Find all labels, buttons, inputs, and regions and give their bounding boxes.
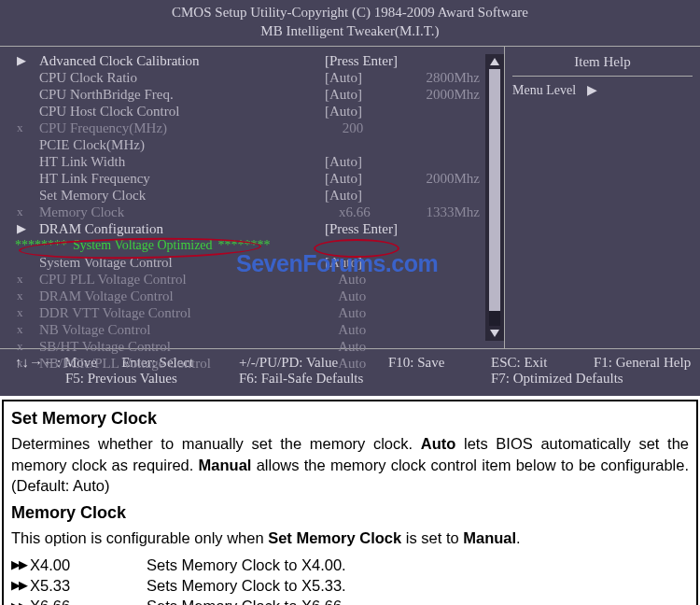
menu-item-value: [Press Enter] bbox=[325, 52, 418, 69]
menu-item-label: DRAM Configuration bbox=[39, 220, 325, 237]
menu-item-value: [Auto] bbox=[325, 153, 418, 170]
menu-item: xDRAM Voltage Control Auto bbox=[15, 288, 485, 304]
menu-item-value: Auto bbox=[325, 304, 418, 321]
menu-item-label: Memory Clock bbox=[39, 204, 325, 220]
help-title: Item Help bbox=[512, 54, 693, 77]
doc-options-list: ▶▶X4.00Sets Memory Clock to X4.00.▶▶X5.3… bbox=[11, 555, 689, 605]
menu-item-value: x6.66 bbox=[325, 204, 418, 220]
menu-item[interactable]: System Voltage Control[Auto] bbox=[15, 254, 485, 271]
menu-item-label: NB/PCIe/PLL Voltage Control bbox=[39, 355, 325, 372]
svg-marker-1 bbox=[490, 330, 499, 337]
menu-item-value: [Auto] bbox=[325, 254, 418, 271]
menu-item-value: [Auto] bbox=[325, 187, 418, 204]
menu-item: xSB/HT Voltage Control Auto bbox=[15, 338, 485, 355]
menu-item[interactable]: HT Link Width[Auto] bbox=[15, 153, 485, 170]
divider-label: System Voltage Optimized bbox=[67, 237, 218, 254]
menu-item-value: Auto bbox=[325, 355, 418, 372]
double-triangle-icon: ▶▶ bbox=[11, 556, 30, 573]
stars-icon: ******** bbox=[218, 237, 271, 254]
double-triangle-icon: ▶▶ bbox=[11, 577, 30, 594]
menu-item-label: CPU Host Clock Control bbox=[39, 103, 325, 120]
menu-item: xNB Voltage Control Auto bbox=[15, 321, 485, 338]
menu-item[interactable]: HT Link Frequency[Auto]2000Mhz bbox=[15, 170, 485, 187]
doc-option: ▶▶X4.00Sets Memory Clock to X4.00. bbox=[11, 555, 689, 575]
menu-item-extra: 2000Mhz bbox=[418, 170, 483, 187]
doc-option-desc: Sets Memory Clock to X4.00. bbox=[147, 555, 346, 575]
help-document: Set Memory Clock Determines whether to m… bbox=[2, 400, 698, 605]
menu-item-value: [Auto] bbox=[325, 103, 418, 120]
menu-item[interactable]: Set Memory Clock[Auto] bbox=[15, 187, 485, 204]
menu-item: xCPU Frequency(MHz) 200 bbox=[15, 120, 485, 136]
hint-f5: F5: Previous Values bbox=[15, 371, 239, 387]
section-divider: ********System Voltage Optimized******** bbox=[15, 237, 485, 254]
menu-item[interactable]: CPU Host Clock Control[Auto] bbox=[15, 103, 485, 120]
menu-level-label: Menu Level bbox=[512, 83, 576, 97]
menu-item-value: 200 bbox=[325, 120, 418, 136]
menu-item-value: [Press Enter] bbox=[325, 220, 418, 237]
triangle-right-icon: ▶ bbox=[15, 52, 39, 69]
disabled-marker-icon: x bbox=[15, 338, 39, 355]
disabled-marker-icon: x bbox=[15, 288, 39, 304]
disabled-marker-icon: x bbox=[15, 204, 39, 220]
menu-item-label: System Voltage Control bbox=[39, 254, 325, 271]
doc-option-label: X4.00 bbox=[30, 555, 147, 575]
scrollbar[interactable] bbox=[485, 54, 504, 341]
main-column: ▶Advanced Clock Calibration[Press Enter]… bbox=[0, 47, 504, 348]
hint-f6: F6: Fail-Safe Defaults bbox=[239, 371, 491, 387]
menu-item: xCPU PLL Voltage Control Auto bbox=[15, 271, 485, 288]
menu-item-label: CPU Frequency(MHz) bbox=[39, 120, 325, 136]
hint-esc: ESC: Exit bbox=[491, 355, 594, 371]
stars-icon: ******** bbox=[15, 237, 67, 254]
menu-item-label: HT Link Width bbox=[39, 153, 325, 170]
doc-heading-1: Set Memory Clock bbox=[11, 407, 689, 429]
bios-window: CMOS Setup Utility-Copyright (C) 1984-20… bbox=[0, 0, 700, 396]
svg-marker-0 bbox=[490, 58, 499, 65]
menu-item[interactable]: PCIE Clock(MHz) bbox=[15, 136, 485, 153]
menu-item-value: Auto bbox=[325, 288, 418, 304]
scroll-up-icon[interactable] bbox=[485, 54, 504, 69]
bios-header: CMOS Setup Utility-Copyright (C) 1984-20… bbox=[0, 0, 700, 46]
disabled-marker-icon: x bbox=[15, 120, 39, 136]
menu-item-label: Advanced Clock Calibration bbox=[39, 52, 325, 69]
doc-option: ▶▶X5.33Sets Memory Clock to X5.33. bbox=[11, 575, 689, 596]
header-line2: MB Intelligent Tweaker(M.I.T.) bbox=[0, 22, 700, 41]
menu-item-value: [Auto] bbox=[325, 69, 418, 86]
menu-item-label: NB Voltage Control bbox=[39, 321, 325, 338]
menu-item-extra: 1333Mhz bbox=[418, 204, 483, 220]
scrollbar-thumb[interactable] bbox=[489, 69, 500, 311]
menu-item[interactable]: ▶DRAM Configuration[Press Enter] bbox=[15, 220, 485, 237]
menu-item: xMemory Clock x6.661333Mhz bbox=[15, 204, 485, 220]
double-triangle-icon: ▶▶ bbox=[11, 598, 30, 605]
scrollbar-track[interactable] bbox=[489, 69, 500, 326]
menu-item[interactable]: CPU NorthBridge Freq.[Auto]2000Mhz bbox=[15, 86, 485, 103]
hint-f7: F7: Optimized Defaults bbox=[491, 371, 623, 387]
doc-option-desc: Sets Memory Clock to X5.33. bbox=[147, 575, 346, 596]
menu-item-value: [Auto] bbox=[325, 170, 418, 187]
help-menu-level: Menu Level ▶ bbox=[512, 82, 693, 98]
menu-item-label: DDR VTT Voltage Control bbox=[39, 304, 325, 321]
scroll-down-icon[interactable] bbox=[485, 326, 504, 341]
bios-body: ▶Advanced Clock Calibration[Press Enter]… bbox=[0, 46, 700, 349]
menu-item[interactable]: CPU Clock Ratio[Auto]2800Mhz bbox=[15, 69, 485, 86]
menu-item: xNB/PCIe/PLL Voltage Control Auto bbox=[15, 355, 485, 372]
menu-item-label: Set Memory Clock bbox=[39, 187, 325, 204]
disabled-marker-icon: x bbox=[15, 271, 39, 288]
doc-heading-2: Memory Clock bbox=[11, 501, 689, 524]
disabled-marker-icon: x bbox=[15, 321, 39, 338]
menu-item-value: [Auto] bbox=[325, 86, 418, 103]
doc-paragraph-1: Determines whether to manually set the m… bbox=[11, 433, 689, 496]
doc-option-label: X5.33 bbox=[30, 575, 147, 596]
disabled-marker-icon: x bbox=[15, 355, 39, 372]
menu-item-value: Auto bbox=[325, 321, 418, 338]
menu-item-label: CPU Clock Ratio bbox=[39, 69, 325, 86]
hint-f1: F1: General Help bbox=[594, 355, 691, 371]
menu-item[interactable]: ▶Advanced Clock Calibration[Press Enter] bbox=[15, 52, 485, 69]
menu-item-label: DRAM Voltage Control bbox=[39, 288, 325, 304]
menu-item-extra: 2000Mhz bbox=[418, 86, 483, 103]
doc-option: ▶▶X6.66Sets Memory Clock to X6.66. bbox=[11, 596, 689, 605]
doc-paragraph-2: This option is configurable only when Se… bbox=[11, 528, 689, 548]
menu-item-label: HT Link Frequency bbox=[39, 170, 325, 187]
menu-item-extra: 2800Mhz bbox=[418, 69, 483, 86]
triangle-right-icon: ▶ bbox=[587, 83, 597, 97]
menu-list[interactable]: ▶Advanced Clock Calibration[Press Enter]… bbox=[0, 47, 485, 348]
